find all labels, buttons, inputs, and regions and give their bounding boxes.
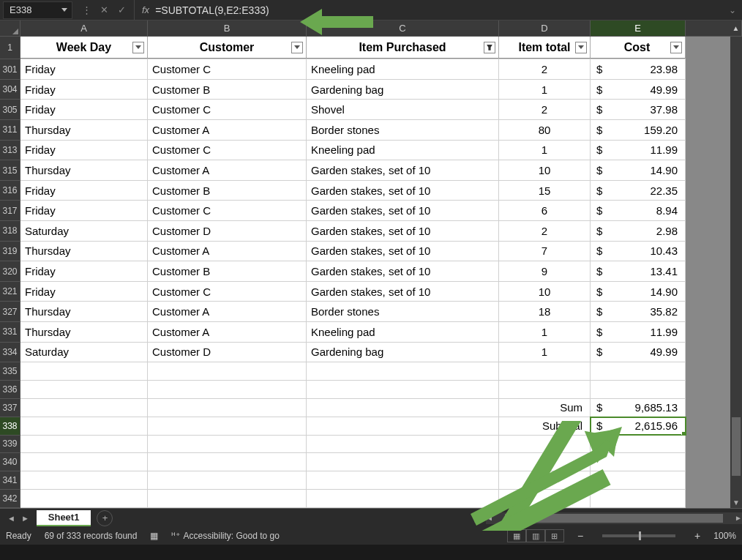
cell[interactable]: Friday — [20, 261, 148, 281]
cell[interactable] — [591, 436, 686, 453]
column-header-item-purchased[interactable]: Item Purchased — [307, 37, 499, 59]
cell[interactable]: Gardening bag — [307, 343, 499, 362]
cell[interactable] — [307, 436, 499, 453]
cell[interactable]: Border stones — [307, 120, 499, 140]
column-header-customer[interactable]: Customer — [148, 37, 307, 59]
view-normal-button[interactable]: ▦ — [507, 529, 526, 542]
cell[interactable]: Saturday — [20, 343, 148, 362]
cell[interactable]: Garden stakes, set of 10 — [307, 160, 499, 180]
cell[interactable] — [499, 362, 591, 380]
cell[interactable]: 15 — [499, 181, 591, 201]
vscroll-thumb[interactable] — [732, 417, 741, 476]
cell[interactable]: Thursday — [20, 322, 148, 342]
row-header[interactable]: 340 — [0, 453, 20, 471]
cell[interactable]: Garden stakes, set of 10 — [307, 201, 499, 220]
horizontal-scrollbar[interactable]: ◄ ► — [486, 512, 742, 524]
row-header[interactable]: 1 — [0, 37, 20, 59]
cell-cost[interactable]: $2,615.96 — [591, 417, 686, 435]
col-header-c[interactable]: C — [307, 20, 499, 36]
row-header[interactable]: 321 — [0, 282, 20, 302]
row-header[interactable]: 338 — [0, 417, 20, 436]
cell[interactable] — [148, 490, 307, 507]
cell[interactable]: Customer C — [148, 59, 307, 79]
cell[interactable]: Garden stakes, set of 10 — [307, 282, 499, 302]
cell[interactable]: Customer A — [148, 160, 307, 180]
row-header[interactable]: 331 — [0, 322, 20, 343]
row-header[interactable]: 342 — [0, 490, 20, 508]
cell-cost[interactable]: $35.82 — [591, 302, 686, 321]
vertical-scrollbar[interactable]: ▼ — [730, 37, 742, 508]
cell[interactable]: 6 — [499, 201, 591, 220]
expand-formula-icon[interactable]: ⌄ — [723, 5, 742, 15]
cell[interactable] — [499, 381, 591, 398]
cell[interactable] — [20, 362, 148, 380]
cell[interactable]: Thursday — [20, 160, 148, 180]
row-header[interactable]: 301 — [0, 59, 20, 80]
hscroll-thumb[interactable] — [505, 514, 723, 523]
cell[interactable] — [499, 490, 591, 507]
cell[interactable]: Customer D — [148, 221, 307, 241]
cell-cost[interactable]: $11.99 — [591, 141, 686, 160]
cell[interactable]: 2 — [499, 100, 591, 119]
cell[interactable]: Sum — [499, 399, 591, 417]
cell-cost[interactable]: $10.43 — [591, 242, 686, 261]
cell[interactable]: 10 — [499, 282, 591, 302]
cell[interactable]: Customer D — [148, 343, 307, 362]
cell[interactable] — [20, 453, 148, 471]
cell[interactable]: Friday — [20, 201, 148, 220]
cell[interactable]: 2 — [499, 59, 591, 79]
cell-cost[interactable]: $8.94 — [591, 201, 686, 220]
cell[interactable]: 1 — [499, 343, 591, 362]
cell[interactable]: 18 — [499, 302, 591, 321]
cell[interactable]: Customer B — [148, 181, 307, 201]
cell[interactable]: Customer A — [148, 120, 307, 140]
cell[interactable] — [499, 436, 591, 453]
cell[interactable] — [307, 471, 499, 489]
cell[interactable]: 2 — [499, 221, 591, 241]
cell-cost[interactable]: $49.99 — [591, 343, 686, 362]
add-sheet-button[interactable]: + — [97, 510, 113, 526]
cell[interactable]: Customer A — [148, 302, 307, 321]
cell[interactable] — [307, 381, 499, 398]
cell[interactable] — [591, 362, 686, 380]
cell[interactable]: 9 — [499, 261, 591, 281]
cell[interactable]: Kneeling pad — [307, 141, 499, 160]
cell[interactable] — [148, 436, 307, 453]
fx-icon[interactable]: fx — [142, 4, 149, 15]
row-header[interactable]: 320 — [0, 261, 20, 282]
column-header-cost[interactable]: Cost — [591, 37, 686, 59]
cell[interactable]: Customer C — [148, 141, 307, 160]
cell[interactable] — [591, 490, 686, 507]
filter-button[interactable] — [575, 42, 587, 53]
filter-button[interactable] — [484, 42, 495, 53]
enter-icon[interactable]: ✓ — [116, 4, 127, 15]
cell[interactable]: Subtotal — [499, 417, 591, 435]
row-header[interactable]: 335 — [0, 362, 20, 381]
cell[interactable]: 7 — [499, 242, 591, 261]
cell[interactable]: 1 — [499, 80, 591, 100]
cell[interactable]: Customer B — [148, 80, 307, 100]
cell[interactable] — [591, 453, 686, 471]
cell[interactable] — [148, 453, 307, 471]
cell[interactable]: Friday — [20, 59, 148, 79]
filter-button[interactable] — [132, 42, 144, 53]
cell[interactable]: Saturday — [20, 221, 148, 241]
row-header[interactable]: 304 — [0, 80, 20, 100]
formula-input[interactable]: =SUBTOTAL(9,E2:E333) — [149, 4, 723, 16]
row-header[interactable]: 327 — [0, 302, 20, 322]
cell[interactable] — [499, 453, 591, 471]
view-page-break-button[interactable]: ⊞ — [545, 529, 564, 542]
column-header-item-total[interactable]: Item total — [499, 37, 591, 59]
cell[interactable]: Gardening bag — [307, 80, 499, 100]
cell[interactable]: 80 — [499, 120, 591, 140]
cell[interactable]: Friday — [20, 141, 148, 160]
cell[interactable]: Border stones — [307, 302, 499, 321]
cell[interactable] — [591, 471, 686, 489]
cell[interactable]: Shovel — [307, 100, 499, 119]
cell[interactable] — [307, 399, 499, 417]
tab-nav[interactable]: ◄► — [0, 514, 37, 523]
col-header-d[interactable]: D — [499, 20, 591, 36]
zoom-out-icon[interactable]: − — [577, 530, 583, 542]
row-header[interactable]: 336 — [0, 381, 20, 399]
row-header[interactable]: 311 — [0, 120, 20, 141]
